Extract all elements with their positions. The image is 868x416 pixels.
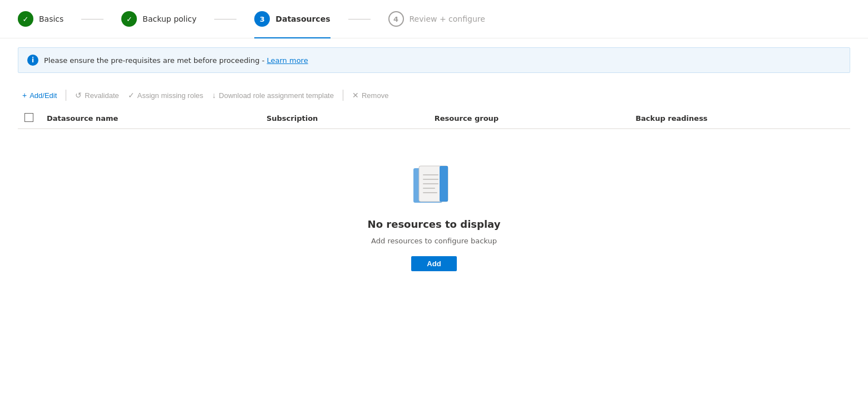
toolbar-divider-1: [66, 90, 66, 101]
select-all-checkbox[interactable]: [24, 113, 33, 122]
empty-title: No resources to display: [368, 218, 501, 230]
step-2-circle: ✓: [121, 11, 137, 27]
toolbar: + Add/Edit ↺ Revalidate ✓ Assign missing…: [0, 82, 868, 109]
step-separator-2: [214, 19, 236, 19]
toolbar-divider-2: [343, 90, 343, 101]
revalidate-icon: ↺: [75, 91, 82, 100]
revalidate-button[interactable]: ↺ Revalidate: [71, 89, 123, 102]
empty-state-add-button[interactable]: Add: [411, 256, 456, 271]
download-icon: ↓: [212, 91, 216, 100]
table-header-row: Datasource name Subscription Resource gr…: [18, 109, 850, 129]
learn-more-link[interactable]: Learn more: [267, 56, 308, 65]
step-3-circle: 3: [254, 11, 270, 27]
empty-subtitle: Add resources to configure backup: [371, 237, 497, 245]
step-4-circle: 4: [388, 11, 404, 27]
step-2-label: Backup policy: [142, 14, 196, 23]
download-template-button[interactable]: ↓ Download role assignment template: [208, 89, 338, 102]
remove-button[interactable]: ✕ Remove: [348, 89, 393, 102]
empty-state: No resources to display Add resources to…: [18, 129, 850, 305]
step-separator-3: [348, 19, 371, 19]
col-header-backup-readiness: Backup readiness: [629, 109, 850, 129]
info-banner: i Please ensure the pre-requisites are m…: [18, 47, 850, 73]
step-backup-policy[interactable]: ✓ Backup policy: [121, 11, 196, 27]
checkmark-icon: ✓: [128, 91, 135, 100]
step-review-configure[interactable]: 4 Review + configure: [388, 11, 485, 27]
wizard-steps: ✓ Basics ✓ Backup policy 3 Datasources 4…: [0, 0, 868, 38]
info-banner-text: Please ensure the pre-requisites are met…: [44, 56, 308, 65]
step-4-label: Review + configure: [410, 14, 485, 23]
table-container: Datasource name Subscription Resource gr…: [0, 109, 868, 305]
info-icon: i: [27, 55, 38, 66]
book-illustration: [409, 163, 459, 207]
step-1-label: Basics: [39, 14, 63, 23]
datasources-table: Datasource name Subscription Resource gr…: [18, 109, 850, 129]
step-datasources[interactable]: 3 Datasources: [254, 11, 330, 27]
header-checkbox-cell: [18, 109, 40, 129]
col-header-subscription: Subscription: [260, 109, 428, 129]
step-1-circle: ✓: [18, 11, 33, 27]
col-header-resource-group: Resource group: [428, 109, 629, 129]
add-edit-button[interactable]: + Add/Edit: [18, 89, 61, 102]
step-separator-1: [81, 19, 103, 19]
step-basics[interactable]: ✓ Basics: [18, 11, 63, 27]
close-icon: ✕: [352, 91, 359, 100]
assign-roles-button[interactable]: ✓ Assign missing roles: [124, 89, 208, 102]
col-header-datasource-name: Datasource name: [40, 109, 260, 129]
step-3-label: Datasources: [275, 14, 330, 23]
svg-rect-2: [440, 166, 448, 202]
plus-icon: +: [22, 91, 27, 100]
